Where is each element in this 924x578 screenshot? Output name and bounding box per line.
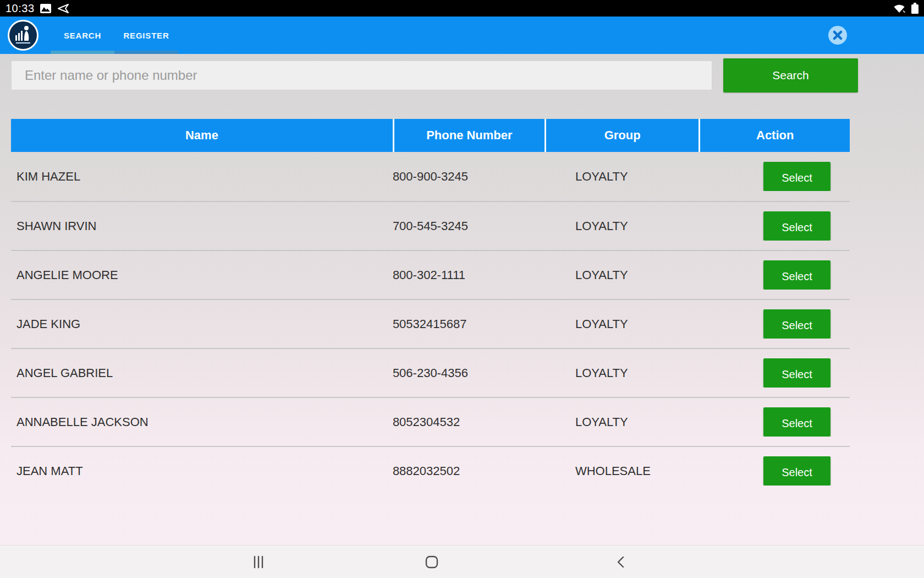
- app-bar: SEARCH REGISTER: [0, 17, 924, 54]
- select-button[interactable]: Select: [763, 407, 831, 437]
- table-row: ANGEL GABRIEL 506-230-4356 LOYALTY Selec…: [11, 348, 850, 397]
- column-header-name: Name: [11, 119, 393, 152]
- back-icon: [615, 555, 625, 569]
- customer-name: ANGELIE MOORE: [11, 268, 393, 282]
- search-button[interactable]: Search: [723, 58, 858, 92]
- customer-name: ANNABELLE JACKSON: [11, 415, 393, 429]
- customer-rows: KIM HAZEL 800-900-3245 LOYALTY Select SH…: [11, 152, 850, 495]
- inactive-tab-indicator: [114, 51, 178, 54]
- back-button[interactable]: [612, 552, 629, 572]
- customer-name: JADE KING: [11, 317, 393, 331]
- table-row: KIM HAZEL 800-900-3245 LOYALTY Select: [11, 152, 850, 201]
- tab-register-label: REGISTER: [123, 31, 169, 40]
- battery-icon: [911, 3, 919, 14]
- screen: 10:33: [0, 0, 924, 578]
- table-row: JEAN MATT 8882032502 WHOLESALE Select: [11, 446, 850, 495]
- customer-phone: 8882032502: [393, 464, 544, 478]
- recents-icon: [252, 555, 265, 569]
- status-bar: 10:33: [0, 0, 924, 17]
- select-button[interactable]: Select: [763, 260, 831, 290]
- customer-group: LOYALTY: [544, 219, 699, 233]
- table-row: ANGELIE MOORE 800-302-1111 LOYALTY Selec…: [11, 250, 850, 299]
- recents-button[interactable]: [249, 552, 268, 572]
- tab-search[interactable]: SEARCH: [51, 17, 114, 54]
- customer-name: KIM HAZEL: [11, 170, 393, 184]
- column-header-group: Group: [544, 119, 699, 152]
- share-arrow-notification-icon: [57, 4, 69, 13]
- customer-group: LOYALTY: [544, 170, 699, 184]
- customer-group: LOYALTY: [544, 415, 699, 429]
- customer-name: ANGEL GABRIEL: [11, 366, 393, 380]
- close-icon: [833, 30, 843, 40]
- table-row: JADE KING 50532415687 LOYALTY Select: [11, 299, 850, 348]
- select-button[interactable]: Select: [763, 456, 831, 486]
- company-logo: [8, 20, 38, 51]
- select-button[interactable]: Select: [763, 358, 831, 388]
- customer-phone: 8052304532: [393, 415, 544, 429]
- status-time: 10:33: [6, 2, 35, 15]
- customer-group: LOYALTY: [544, 268, 699, 282]
- customer-phone: 50532415687: [393, 317, 544, 331]
- wifi-icon: [893, 3, 906, 13]
- tab-register[interactable]: REGISTER: [114, 17, 178, 54]
- customer-phone: 700-545-3245: [393, 219, 544, 233]
- customer-name: JEAN MATT: [11, 464, 393, 478]
- search-input[interactable]: [11, 61, 712, 90]
- tab-bar: SEARCH REGISTER: [51, 17, 178, 54]
- android-nav-bar: [0, 545, 924, 578]
- customer-group: LOYALTY: [544, 366, 699, 380]
- active-tab-indicator: [51, 51, 114, 54]
- search-section: Search: [0, 58, 924, 92]
- home-button[interactable]: [422, 552, 442, 572]
- select-button[interactable]: Select: [763, 162, 831, 191]
- customer-table: Name Phone Number Group Action KIM HAZEL…: [11, 119, 850, 495]
- select-button[interactable]: Select: [763, 211, 831, 241]
- customer-phone: 506-230-4356: [393, 366, 544, 380]
- table-row: ANNABELLE JACKSON 8052304532 LOYALTY Sel…: [11, 397, 850, 446]
- customer-group: WHOLESALE: [544, 464, 699, 478]
- select-button[interactable]: Select: [763, 309, 831, 339]
- table-row: SHAWN IRVIN 700-545-3245 LOYALTY Select: [11, 201, 850, 250]
- customer-name: SHAWN IRVIN: [11, 219, 393, 233]
- table-header: Name Phone Number Group Action: [11, 119, 850, 152]
- column-header-action: Action: [698, 119, 850, 152]
- home-icon: [425, 555, 438, 569]
- logo-graphic: [11, 23, 35, 47]
- tab-search-label: SEARCH: [64, 31, 101, 40]
- customer-group: LOYALTY: [544, 317, 699, 331]
- image-notification-icon: [40, 4, 51, 13]
- column-header-phone: Phone Number: [393, 119, 544, 152]
- customer-phone: 800-900-3245: [393, 170, 544, 184]
- customer-phone: 800-302-1111: [393, 268, 544, 282]
- close-button[interactable]: [828, 26, 847, 45]
